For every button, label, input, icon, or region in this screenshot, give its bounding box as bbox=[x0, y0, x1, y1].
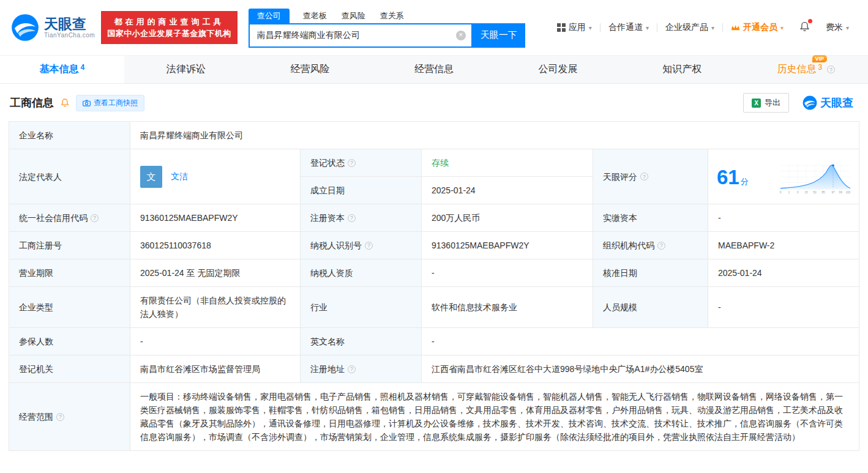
chevron-down-icon: ▾ bbox=[846, 24, 849, 31]
watermark-brand-label: 天眼查 bbox=[820, 95, 853, 110]
tab-operating-risk[interactable]: 经营风险 bbox=[248, 56, 372, 83]
chevron-down-icon: ▾ bbox=[780, 24, 784, 31]
tianyancha-logo-icon bbox=[11, 13, 39, 42]
menu-apps-label: 应用 bbox=[569, 22, 586, 33]
est-date-value: 2025-01-24 bbox=[422, 177, 593, 204]
reg-no-label: 工商注册号 bbox=[9, 232, 130, 259]
credit-code-label-text: 统一社会信用代码 bbox=[19, 211, 88, 225]
search-tab-relation[interactable]: 查关系 bbox=[379, 9, 405, 23]
svg-text:100: 100 bbox=[845, 191, 850, 194]
view-snapshot-button[interactable]: 查看工商快照 bbox=[76, 95, 144, 111]
help-icon[interactable]: ? bbox=[827, 65, 835, 73]
section-title: 工商信息 bbox=[10, 95, 54, 110]
help-icon[interactable]: ? bbox=[640, 173, 648, 181]
table-row: 工商注册号 360125110037618 纳税人识别号 ? 91360125M… bbox=[9, 232, 859, 259]
menu-partner[interactable]: 合作通道 ▾ bbox=[600, 22, 657, 33]
tab-company-development[interactable]: 公司发展 bbox=[496, 56, 620, 83]
export-button[interactable]: X 导出 bbox=[743, 93, 789, 113]
reg-capital-label-text: 注册资本 bbox=[310, 211, 345, 225]
subscribe-bell-icon[interactable] bbox=[60, 98, 70, 108]
reg-capital-label: 注册资本 ? bbox=[301, 204, 422, 232]
reg-status-value: 存续 bbox=[422, 149, 593, 177]
search-tab-risk[interactable]: 查风险 bbox=[340, 9, 367, 23]
tianyan-score-value: 61分 bbox=[708, 149, 859, 204]
search-button[interactable]: 天眼一下 bbox=[473, 23, 525, 48]
tab-operating-info-label: 经营信息 bbox=[414, 63, 454, 76]
top-menu: 应用 ▾ 合作通道 ▾ 企业级产品 ▾ 开通会员 ▾ bbox=[549, 21, 857, 34]
search-tab-company[interactable]: 查公司 bbox=[249, 9, 290, 23]
search-input[interactable] bbox=[257, 31, 456, 40]
reg-address-label-text: 注册地址 bbox=[310, 362, 345, 376]
help-icon[interactable]: ? bbox=[56, 413, 64, 421]
credit-code-value: 91360125MAEBAPFW2Y bbox=[130, 204, 301, 232]
table-row: 登记机关 南昌市红谷滩区市场监督管理局 注册地址 ? 江西省南昌市红谷滩区红谷中… bbox=[9, 356, 859, 383]
reg-authority-label: 登记机关 bbox=[9, 356, 130, 383]
paid-capital-label: 实缴资本 bbox=[593, 204, 708, 232]
tab-history-info[interactable]: 历史信息 3 VIP ? bbox=[744, 56, 868, 83]
company-nav-tabs: 基本信息 4 法律诉讼 经营风险 经营信息 公司发展 知识产权 历史信息 3 V… bbox=[0, 55, 868, 84]
business-scope-value: 一般项目：移动终端设备销售，家用电器销售，电子产品销售，照相机及器材销售，可穿戴… bbox=[130, 383, 859, 451]
company-type-label: 企业类型 bbox=[9, 287, 130, 328]
tab-intellectual-property[interactable]: 知识产权 bbox=[620, 56, 744, 83]
reg-capital-value: 200万人民币 bbox=[422, 204, 593, 232]
excel-icon: X bbox=[752, 99, 761, 108]
tab-basic-info[interactable]: 基本信息 4 bbox=[0, 56, 124, 83]
menu-enterprise[interactable]: 企业级产品 ▾ bbox=[657, 22, 722, 33]
crown-icon bbox=[731, 24, 740, 32]
industry-value: 软件和信息技术服务业 bbox=[422, 287, 593, 328]
score-number[interactable]: 61分 bbox=[717, 167, 749, 187]
help-icon[interactable]: ? bbox=[348, 365, 356, 373]
business-term-label: 营业期限 bbox=[9, 259, 130, 287]
legal-rep-avatar[interactable]: 文 bbox=[140, 166, 162, 188]
promo-banner-line1: 都在用的商业查询工具 bbox=[107, 16, 231, 28]
table-row: 企业名称 南昌昇耀终端商业有限公司 bbox=[9, 122, 859, 149]
svg-text:50: 50 bbox=[813, 191, 817, 194]
org-code-label: 组织机构代码 ? bbox=[593, 232, 708, 259]
svg-text:85: 85 bbox=[822, 191, 826, 194]
industry-label: 行业 bbox=[301, 287, 422, 328]
legal-rep-value: 文 文洁 bbox=[130, 149, 301, 204]
logo-domain: TianYanCha.com bbox=[44, 32, 95, 39]
apps-grid-icon bbox=[557, 23, 566, 32]
table-row: 企业类型 有限责任公司（非自然人投资或控股的法人独资） 行业 软件和信息技术服务… bbox=[9, 287, 859, 328]
menu-open-vip[interactable]: 开通会员 ▾ bbox=[723, 22, 791, 33]
legal-rep-name-link[interactable]: 文洁 bbox=[171, 171, 188, 181]
staff-size-label: 人员规模 bbox=[593, 287, 708, 328]
help-icon[interactable]: ? bbox=[91, 214, 99, 222]
table-row: 参保人数 - 英文名称 - bbox=[9, 328, 859, 356]
help-icon[interactable]: ? bbox=[348, 214, 356, 222]
business-term-value: 2025-01-24 至 无固定期限 bbox=[130, 259, 301, 287]
table-row: 统一社会信用代码 ? 91360125MAEBAPFW2Y 注册资本 ? 200… bbox=[9, 204, 859, 232]
tab-operating-info[interactable]: 经营信息 bbox=[372, 56, 496, 83]
logo-text: 天眼查 TianYanCha.com bbox=[44, 17, 95, 39]
approval-date-label: 核准日期 bbox=[593, 259, 708, 287]
tianyancha-logo[interactable]: 天眼查 TianYanCha.com bbox=[11, 13, 95, 42]
menu-partner-label: 合作通道 bbox=[608, 22, 643, 33]
business-scope-label: 经营范围 ? bbox=[9, 383, 130, 451]
notification-dot bbox=[808, 19, 812, 23]
approval-date-value: 2025-01-24 bbox=[708, 259, 859, 287]
help-icon[interactable]: ? bbox=[348, 159, 356, 167]
tab-basic-info-label: 基本信息 bbox=[39, 63, 78, 76]
logo-title: 天眼查 bbox=[44, 17, 95, 32]
clear-icon[interactable]: × bbox=[456, 31, 466, 40]
tab-history-info-count: 3 bbox=[818, 63, 822, 72]
table-row: 经营范围 ? 一般项目：移动终端设备销售，家用电器销售，电子产品销售，照相机及器… bbox=[9, 383, 859, 451]
watermark-brand: 天眼查 bbox=[803, 95, 853, 110]
score-unit: 分 bbox=[741, 177, 749, 186]
search-tab-boss[interactable]: 查老板 bbox=[302, 9, 328, 23]
reg-status-label: 登记状态 ? bbox=[301, 149, 422, 177]
help-icon[interactable]: ? bbox=[365, 242, 373, 250]
tab-legal-proceedings[interactable]: 法律诉讼 bbox=[124, 56, 249, 83]
svg-text:0: 0 bbox=[780, 191, 782, 194]
notifications-bell[interactable] bbox=[791, 21, 818, 34]
help-icon[interactable]: ? bbox=[657, 242, 665, 250]
menu-apps[interactable]: 应用 ▾ bbox=[549, 22, 600, 33]
menu-user[interactable]: 费米 ▾ bbox=[818, 22, 857, 33]
org-code-label-text: 组织机构代码 bbox=[603, 239, 654, 252]
company-type-value: 有限责任公司（非自然人投资或控股的法人独资） bbox=[130, 287, 301, 328]
staff-size-value: - bbox=[708, 287, 859, 328]
search-row: × 天眼一下 bbox=[249, 23, 525, 48]
svg-text:3: 3 bbox=[797, 191, 799, 194]
chevron-down-icon: ▾ bbox=[711, 24, 714, 31]
